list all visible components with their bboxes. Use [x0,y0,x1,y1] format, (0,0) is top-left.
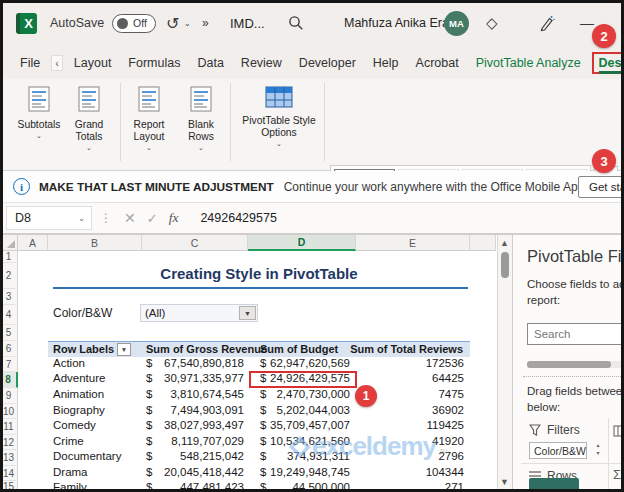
row-labels-filter-icon[interactable]: ▼ [117,343,131,356]
tab-acrobat[interactable]: Acrobat [410,52,465,74]
tab-pivottable-analyze[interactable]: PivotTable Analyze [470,52,587,74]
budget-cell[interactable]: 62,947,620,569 [266,357,350,369]
gross-revenue-cell[interactable]: 8,119,707,029 [152,435,244,447]
reviews-cell[interactable]: 41920 [380,435,464,447]
insert-function-icon[interactable]: fx [169,210,179,226]
scroll-down-icon[interactable]: ▼ [500,477,509,487]
tab-file[interactable]: File [14,52,46,74]
column-header-c[interactable]: C [142,235,248,251]
scroll-up-icon[interactable]: ▲ [500,238,509,248]
gross-revenue-cell[interactable]: 3,810,674,545 [152,388,244,400]
reviews-cell[interactable]: 104344 [380,466,464,478]
reviews-cell[interactable]: 36902 [380,404,464,416]
row-header-6[interactable]: 6 [0,341,18,357]
quick-access-overflow-icon[interactable]: » [202,0,210,46]
budget-cell[interactable]: 35,709,457,007 [266,419,350,431]
excel-logo: X [16,13,37,34]
ribbon-button-grand-totals[interactable]: Grand Totals⌄ [64,86,114,160]
field-list-scrollbar-thumb[interactable] [527,361,611,368]
genre-cell[interactable]: Documentary [53,450,121,462]
ribbon-button-subtotals[interactable]: Subtotals⌄ [14,86,64,160]
tab-help[interactable]: Help [367,52,405,74]
report-filter-value-cell[interactable]: (All) ▼ [140,304,258,322]
ribbon-button-report-layout[interactable]: Report Layout⌄ [124,86,174,160]
gross-revenue-cell[interactable]: 20,045,418,442 [152,466,244,478]
ribbon-button-blank-rows[interactable]: Blank Rows⌄ [176,86,226,160]
pivot-row-drama: Drama$20,045,418,442$19,249,948,74510434… [0,466,497,481]
genre-cell[interactable]: Animation [53,388,104,400]
name-box-dropdown-icon[interactable]: ⌄ [78,214,85,223]
fields-search-input[interactable] [527,323,624,345]
tab-formulas[interactable]: Formulas [122,52,186,74]
user-name[interactable]: Mahfuza Anika Era [344,0,449,46]
scrollbar-thumb[interactable] [501,252,509,278]
autosave-label: AutoSave [50,0,104,46]
tab-review[interactable]: Review [235,52,288,74]
cancel-icon[interactable]: ✕ [124,210,136,226]
enter-icon[interactable]: ✓ [147,211,158,226]
row-header-4[interactable]: 4 [0,305,18,325]
gross-revenue-cell[interactable]: 548,215,042 [152,450,244,462]
avatar[interactable]: MA [444,0,469,46]
genre-cell[interactable]: Drama [53,466,88,478]
row-header-5[interactable]: 5 [0,325,18,341]
tab-data[interactable]: Data [191,52,229,74]
budget-cell[interactable]: 10,534,621,560 [266,435,350,447]
get-started-button[interactable]: Get started [578,176,624,198]
editor-pen-icon[interactable] [538,0,555,46]
tab-design[interactable]: Design [592,52,624,74]
reviews-cell[interactable]: 172536 [380,357,464,369]
areas-hline [521,463,624,464]
budget-cell[interactable]: 19,249,948,745 [266,466,350,478]
budget-cell[interactable]: 374,931,311 [266,450,350,462]
reviews-cell[interactable]: 119425 [380,419,464,431]
genre-cell[interactable]: Adventure [53,372,105,384]
row-header-3[interactable]: 3 [0,289,18,305]
pivottable-style-options-button[interactable]: PivotTable Style Options ⌄ [237,86,321,160]
genre-cell[interactable]: Crime [53,435,84,447]
genre-cell[interactable]: Family [53,481,87,492]
autosave-toggle[interactable]: Off [112,0,156,46]
reviews-cell[interactable]: 7475 [380,388,464,400]
search-icon[interactable] [288,0,304,46]
column-header-blank[interactable] [470,235,496,251]
select-all-corner[interactable] [0,235,18,251]
undo-dropdown-icon[interactable]: ⌄ [184,0,191,46]
column-header-d[interactable]: D [248,235,356,251]
genre-cell[interactable]: Biography [53,404,105,416]
budget-cell[interactable]: 5,202,044,003 [266,404,350,416]
reviews-cell[interactable]: 271 [380,481,464,492]
rows-area-chip[interactable] [529,478,579,492]
tab-layout[interactable]: Layout [68,52,118,74]
filters-field-chip[interactable]: Color/B&W [529,442,587,459]
column-header-e[interactable]: E [356,235,470,251]
undo-icon[interactable]: ↺ [166,0,179,46]
reviews-cell[interactable]: 2796 [380,450,464,462]
tab-scroll-left-icon[interactable]: ‹ [51,55,63,71]
budget-cell[interactable]: 44,500,000 [266,481,350,492]
row-header-2[interactable]: 2 [0,263,18,289]
budget-cell[interactable]: 2,470,730,000 [266,388,350,400]
tab-developer[interactable]: Developer [293,52,362,74]
column-header-b[interactable]: B [48,235,142,251]
row-header-1[interactable]: 1 [0,251,18,263]
sheet-vertical-scrollbar[interactable]: ▲ ▼ [497,235,512,492]
diamond-icon[interactable]: ◇ [486,0,498,46]
gross-revenue-cell[interactable]: 38,027,993,497 [152,419,244,431]
ribbon-separator [120,83,121,161]
chip-spinner-icon[interactable]: ▴▾ [593,441,603,458]
gross-revenue-cell[interactable]: 447,481,423 [152,481,244,492]
gross-revenue-cell[interactable]: 7,494,903,091 [152,404,244,416]
column-header-a[interactable]: A [18,235,48,251]
genre-cell[interactable]: Comedy [53,419,96,431]
excel-app-icon[interactable]: X [16,0,37,46]
filter-dropdown-icon[interactable]: ▼ [239,306,256,320]
reviews-cell[interactable]: 64425 [380,372,464,384]
pivot-row-action: Action$67,540,890,818$62,947,620,5691725… [0,357,497,372]
formula-value[interactable]: 24926429575 [200,211,276,225]
gross-revenue-cell[interactable]: 67,540,890,818 [152,357,244,369]
name-box[interactable]: D8 ⌄ [6,206,92,230]
genre-cell[interactable]: Action [53,357,85,369]
chevron-down-icon: ⌄ [86,144,92,152]
gross-revenue-cell[interactable]: 30,971,335,977 [152,372,244,384]
